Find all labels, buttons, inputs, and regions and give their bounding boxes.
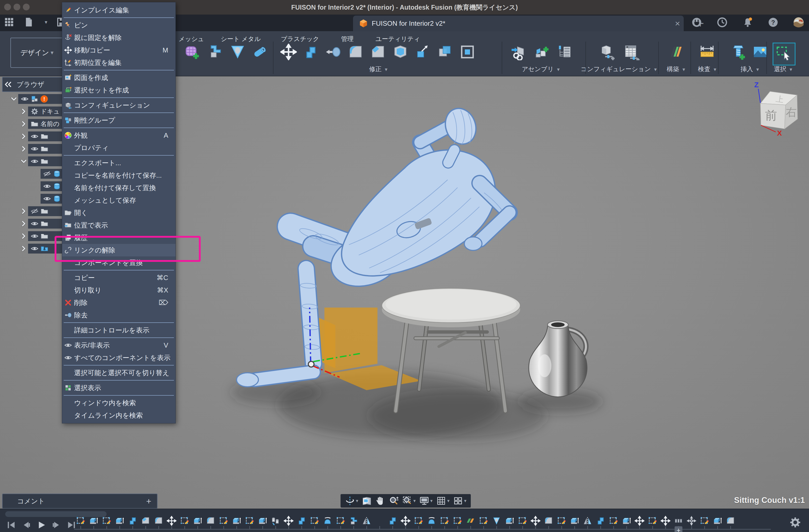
menu-item[interactable]: 剛性グループ (62, 114, 175, 126)
timeline-feature-sketch[interactable] (100, 516, 113, 529)
timeline-feature-join[interactable] (126, 516, 139, 529)
menu-item[interactable]: 選択セットを作成 (62, 84, 175, 96)
timeline-feature-move[interactable] (399, 516, 412, 529)
menu-item[interactable]: 除去 (62, 309, 175, 321)
create-mesh-icon[interactable] (184, 43, 201, 60)
visibility-eye-off-icon[interactable] (43, 170, 51, 178)
menu-item[interactable]: 開く (62, 207, 175, 219)
profile-icon[interactable] (793, 17, 804, 28)
zoom-window-tool[interactable]: ▾ (402, 496, 416, 506)
timeline-feature-fillet[interactable] (724, 516, 737, 529)
visibility-eye-icon[interactable] (31, 157, 38, 165)
timeline-feature-move[interactable] (165, 516, 178, 529)
timeline-feature-fillet[interactable] (204, 516, 217, 529)
timeline-feature-extrude[interactable] (711, 516, 724, 529)
notifications-icon[interactable] (742, 17, 753, 28)
timeline-feature-join[interactable] (594, 516, 607, 529)
view-cube[interactable]: 前 右 上 Z X (754, 81, 797, 137)
window-minimize-button[interactable] (14, 4, 20, 11)
visibility-eye-icon[interactable] (43, 195, 51, 202)
timeline-feature-fillet[interactable] (152, 516, 165, 529)
menu-item[interactable]: 図面を作成 (62, 71, 175, 84)
timeline-feature-move[interactable] (282, 516, 295, 529)
menu-item[interactable]: コピーを名前を付けて保存... (62, 169, 175, 181)
step-back-button[interactable] (21, 519, 32, 530)
menu-item[interactable]: 初期位置を編集 (62, 56, 175, 69)
timeline-feature-sketch[interactable] (451, 516, 464, 529)
ribbon-group-label[interactable]: アセンブリ ▾ (522, 65, 560, 73)
chevron-down-icon[interactable]: ▾ (464, 498, 466, 504)
menu-item[interactable]: 移動/コピーM (62, 44, 175, 56)
menu-item[interactable]: 選択可能と選択不可を切り替え (62, 367, 175, 379)
ribbon-group-label[interactable]: 挿入 ▾ (741, 65, 759, 73)
timeline-feature-move[interactable] (529, 516, 542, 529)
plastic-boss-icon[interactable] (229, 43, 246, 60)
visibility-eye-icon[interactable] (31, 145, 38, 153)
timeline-feature-mirror[interactable] (581, 516, 594, 529)
measure-icon[interactable] (699, 43, 716, 60)
expander-chevron-icon[interactable] (19, 121, 28, 127)
timeline-feature-revolve[interactable] (321, 516, 334, 529)
timeline-feature-mirror[interactable] (360, 516, 373, 529)
menu-item[interactable]: 外観A (62, 129, 175, 142)
menu-item[interactable]: 位置で表示 (62, 219, 175, 231)
chevron-down-icon[interactable]: ▾ (430, 498, 433, 504)
pan-tool[interactable] (375, 496, 385, 506)
chamfer-icon[interactable] (370, 43, 386, 60)
display-settings-tool[interactable]: ▾ (419, 496, 433, 506)
timeline-feature-sketch[interactable] (607, 516, 620, 529)
sheet-metal-flange-icon[interactable] (207, 43, 224, 60)
expander-chevron-icon[interactable] (19, 245, 28, 252)
timeline-feature-sketch[interactable] (698, 516, 711, 529)
ribbon-tab-1[interactable]: メッシュ (178, 35, 204, 43)
visibility-eye-icon[interactable] (31, 232, 38, 240)
menu-item[interactable]: 表示/非表示V (62, 339, 175, 352)
combine-icon[interactable] (437, 43, 453, 60)
job-status-icon[interactable] (717, 17, 728, 28)
timeline-feature-sketch[interactable] (178, 516, 191, 529)
ribbon-tab-2[interactable]: シート メタル (221, 35, 260, 43)
ribbon-tab-3[interactable]: プラスチック (281, 35, 319, 43)
timeline-feature-sketch[interactable] (477, 516, 490, 529)
expander-chevron-icon[interactable] (19, 133, 28, 140)
expander-chevron-icon[interactable] (19, 145, 28, 152)
menu-item[interactable]: タイムライン内を検索 (62, 409, 175, 422)
window-zoom-button[interactable] (23, 4, 30, 11)
visibility-eye-off-icon[interactable] (31, 207, 38, 215)
insert-fastener-icon[interactable] (730, 43, 746, 60)
comments-bar[interactable]: コメント + (2, 494, 157, 509)
ribbon-group-label[interactable]: 構築 ▾ (667, 65, 685, 73)
timeline-feature-sketch[interactable] (308, 516, 321, 529)
timeline-feature-sketch[interactable] (334, 516, 347, 529)
expander-chevron-icon[interactable] (19, 158, 28, 165)
ribbon-group-label[interactable]: 検査 ▾ (698, 65, 717, 73)
insert-derive-icon[interactable] (510, 43, 527, 60)
timeline-feature-sketch[interactable] (438, 516, 451, 529)
menu-item[interactable]: 切り取り⌘X (62, 284, 175, 296)
move-copy-icon[interactable] (280, 43, 297, 60)
ribbon-group-label[interactable]: 修正 ▾ (369, 65, 388, 73)
workspace-selector[interactable]: デザイン ▾ (11, 38, 64, 68)
expander-chevron-icon[interactable] (10, 95, 18, 102)
add-comment-button[interactable]: + (146, 496, 151, 506)
menu-item[interactable]: プロパティ (62, 142, 175, 154)
ribbon-group-label[interactable]: コンフィギュレーション ▾ (581, 65, 657, 73)
new-component-icon[interactable] (534, 43, 551, 60)
offset-face-icon[interactable] (459, 43, 476, 60)
visibility-eye-icon[interactable] (31, 245, 38, 252)
timeline-feature-extrude[interactable] (113, 516, 126, 529)
scale-icon[interactable] (414, 43, 431, 60)
ribbon-tab-5[interactable]: ユーティリティ (375, 35, 420, 43)
timeline-feature-sketch[interactable] (646, 516, 659, 529)
viewports-tool[interactable]: ▾ (453, 496, 466, 506)
orbit-tool[interactable]: ▾ (345, 496, 358, 506)
select-tool-active[interactable] (773, 42, 795, 66)
menu-item[interactable]: ウィンドウ内を検索 (62, 397, 175, 409)
menu-item[interactable]: コピー⌘C (62, 271, 175, 284)
chevron-down-icon[interactable]: ▾ (413, 498, 416, 504)
timeline-feature-move[interactable] (633, 516, 646, 529)
extensions-icon[interactable] (691, 17, 702, 28)
chevron-down-icon[interactable]: ▾ (356, 498, 358, 504)
pipe-icon[interactable] (252, 43, 268, 60)
help-icon[interactable] (768, 17, 779, 28)
